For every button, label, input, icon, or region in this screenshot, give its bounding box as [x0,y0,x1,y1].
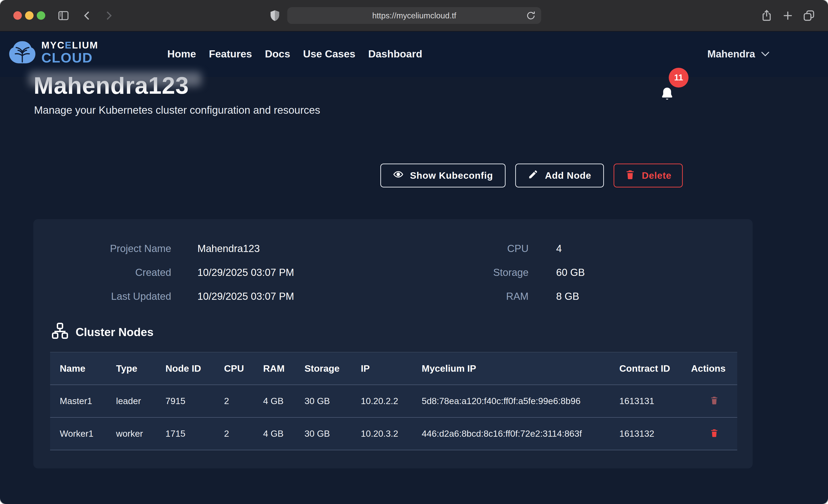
address-bar[interactable]: https://myceliumcloud.tf [287,7,541,24]
show-kubeconfig-button[interactable]: Show Kubeconfig [380,164,506,187]
storage-value: 60 GB [556,267,585,278]
cluster-info-left: Project Name Mahendra123 Created 10/29/2… [33,237,392,308]
col-header-cpu: CPU [214,352,253,385]
cell-type: leader [107,385,156,417]
cluster-info-right: CPU 4 Storage 60 GB RAM 8 GB [392,237,753,308]
delete-node-button[interactable] [710,395,719,406]
brand-line1: MYCELIUM [41,40,98,50]
created-value: 10/29/2025 03:07 PM [197,267,294,278]
col-header-mycelium-ip: Mycelium IP [412,352,610,385]
nav-link-home[interactable]: Home [167,48,196,60]
col-header-actions: Actions [681,352,737,385]
cluster-nodes-title: Cluster Nodes [76,326,154,339]
info-row-last-updated: Last Updated 10/29/2025 03:07 PM [33,284,392,308]
nav-links: Home Features Docs Use Cases Dashboard [167,31,422,77]
ram-label: RAM [392,291,529,302]
delete-node-button[interactable] [710,427,719,439]
project-name-label: Project Name [33,243,171,254]
col-header-node-id: Node ID [156,352,214,385]
cell-ip: 10.20.3.2 [351,417,412,450]
col-header-name: Name [50,352,107,385]
brand-text: MYCELIUM CLOUD [41,40,98,65]
reload-icon[interactable] [526,10,536,21]
cell-contract-id: 1613132 [610,417,681,450]
created-label: Created [33,267,171,278]
add-node-button[interactable]: Add Node [515,164,604,187]
cell-cpu: 2 [214,385,253,417]
cell-contract-id: 1613131 [610,385,681,417]
maximize-window-button[interactable] [37,11,45,20]
cell-name: Master1 [50,385,107,417]
bell-icon [659,86,675,103]
cluster-details-card: Project Name Mahendra123 Created 10/29/2… [33,219,753,468]
cluster-nodes-table: Name Type Node ID CPU RAM Storage IP Myc… [50,352,737,450]
nav-link-docs[interactable]: Docs [265,48,290,60]
cell-ram: 4 GB [253,417,295,450]
cell-mycelium-ip: 446:d2a6:8bcd:8c16:ff0f:72e2:3114:863f [412,417,610,450]
last-updated-label: Last Updated [33,291,171,302]
cell-storage: 30 GB [295,417,351,450]
cluster-nodes-heading: Cluster Nodes [52,323,753,342]
cell-ip: 10.20.2.2 [351,385,412,417]
cell-cpu: 2 [214,417,253,450]
brand-logo[interactable]: MYCELIUM CLOUD [9,40,98,65]
forward-icon[interactable] [102,9,115,22]
network-nodes-icon [52,323,68,342]
tab-overview-icon[interactable] [802,9,815,22]
sidebar-toggle-icon[interactable] [57,9,70,22]
delete-cluster-button[interactable]: Delete [614,164,683,187]
storage-label: Storage [392,267,529,278]
cell-storage: 30 GB [295,385,351,417]
info-row-ram: RAM 8 GB [392,284,753,308]
nav-link-dashboard[interactable]: Dashboard [368,48,422,60]
cpu-value: 4 [556,243,562,254]
info-row-cpu: CPU 4 [392,237,753,260]
page-subtitle: Manage your Kubernetes cluster configura… [34,104,320,116]
blur-smudge [29,72,201,86]
delete-label: Delete [642,170,671,181]
info-row-created: Created 10/29/2025 03:07 PM [33,260,392,284]
notifications-button[interactable]: 11 [658,68,690,107]
cluster-actions: Show Kubeconfig Add Node Delete [380,164,683,187]
project-name-value: Mahendra123 [197,243,260,254]
cell-ram: 4 GB [253,385,295,417]
col-header-ram: RAM [253,352,295,385]
browser-window: https://myceliumcloud.tf [0,0,828,504]
last-updated-value: 10/29/2025 03:07 PM [197,291,294,302]
trash-icon [625,169,635,182]
new-tab-icon[interactable] [781,9,794,22]
table-row: Master1 leader 7915 2 4 GB 30 GB 10.20.2… [50,385,737,417]
nav-link-features[interactable]: Features [209,48,252,60]
show-kubeconfig-label: Show Kubeconfig [410,170,493,181]
info-row-storage: Storage 60 GB [392,260,753,284]
cell-node-id: 7915 [156,385,214,417]
notification-count-badge: 11 [669,68,689,87]
cluster-info: Project Name Mahendra123 Created 10/29/2… [33,219,753,308]
privacy-shield-icon[interactable] [268,9,281,22]
table-header-row: Name Type Node ID CPU RAM Storage IP Myc… [50,352,737,385]
cell-mycelium-ip: 5d8:78ea:a120:f40c:ff0f:a5fe:99e6:8b96 [412,385,610,417]
url-text: https://myceliumcloud.tf [372,11,456,20]
table-row: Worker1 worker 1715 2 4 GB 30 GB 10.20.3… [50,417,737,450]
info-row-project-name: Project Name Mahendra123 [33,237,392,260]
back-icon[interactable] [81,9,94,22]
close-window-button[interactable] [13,11,22,20]
share-icon[interactable] [760,9,773,22]
cell-name: Worker1 [50,417,107,450]
add-node-label: Add Node [545,170,591,181]
col-header-ip: IP [351,352,412,385]
minimize-window-button[interactable] [25,11,34,20]
nav-link-use-cases[interactable]: Use Cases [303,48,356,60]
chevron-down-icon [761,51,770,57]
user-menu[interactable]: Mahendra [707,31,770,77]
ram-value: 8 GB [556,291,579,302]
cell-node-id: 1715 [156,417,214,450]
user-name: Mahendra [707,48,755,60]
cpu-label: CPU [392,243,529,254]
eye-icon [393,169,404,182]
cell-type: worker [107,417,156,450]
pencil-icon [528,169,538,182]
browser-chrome: https://myceliumcloud.tf [0,0,828,32]
col-header-storage: Storage [295,352,351,385]
brand-line2: CLOUD [41,51,98,65]
